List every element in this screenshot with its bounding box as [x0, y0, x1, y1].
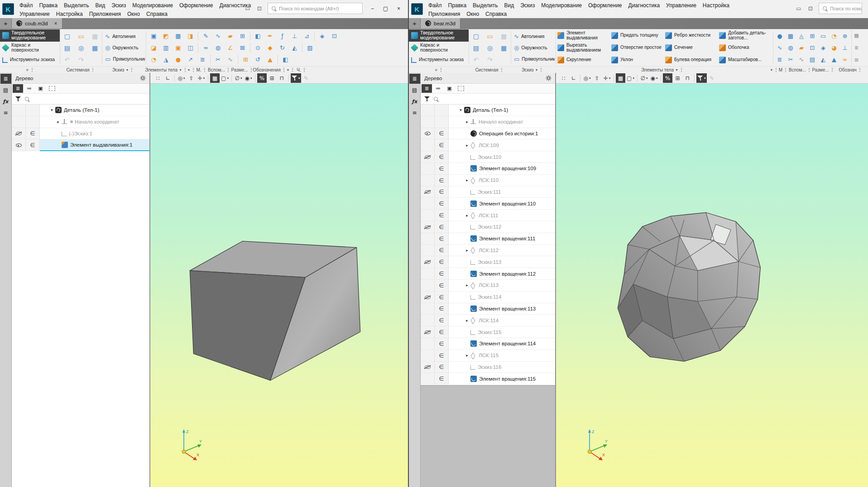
boolean-button[interactable]: Булева операция [665, 54, 719, 66]
ribbon-section-handle[interactable]: ▼ [769, 67, 777, 73]
eye-cell[interactable] [421, 245, 435, 257]
tree-row-main[interactable]: ▸Начало координат [449, 116, 555, 128]
ribbon-tool-icon[interactable]: ≈ [200, 44, 212, 51]
tree-row-main[interactable]: Элемент вращения:113 [449, 303, 555, 315]
gear-icon[interactable] [140, 75, 146, 81]
eye-cell[interactable] [421, 291, 435, 303]
tree-row[interactable]: ∈Эскиз:116 [421, 362, 555, 373]
tree-row-main[interactable]: Эскиз:114 [449, 291, 555, 303]
tree-layers-icon[interactable]: ▣ [444, 84, 455, 93]
membership-cell[interactable]: ∈ [435, 280, 449, 291]
tree-row-main[interactable]: ▸ЛСК:115 [449, 350, 555, 362]
expand-arrow-icon[interactable]: ▸ [464, 353, 470, 358]
menu-item-Моделирование[interactable]: Моделирование [129, 2, 176, 9]
ribbon-tool-icon[interactable]: ▤ [806, 56, 819, 63]
filter-funnel-icon[interactable] [12, 96, 24, 102]
tree-row[interactable]: ∈Эскиз:115 [421, 326, 555, 338]
ribbon-tool-icon[interactable]: ▨ [304, 44, 316, 51]
membership-cell[interactable]: ∈ [435, 315, 449, 326]
ribbon-tool-icon[interactable]: ▭ [817, 33, 830, 39]
ribbon-tool-icon[interactable]: ▩ [785, 33, 797, 39]
orientation-up-icon[interactable]: ⇧ [187, 73, 196, 83]
tree-row[interactable]: ∈▸ЛСК:110 [421, 175, 555, 186]
ribbon-tool-icon[interactable]: ⊿ [301, 33, 313, 39]
membership-cell[interactable]: ∈ [435, 245, 449, 257]
ribbon-tool-icon[interactable]: ◭ [288, 44, 301, 51]
ribbon-tool-icon[interactable]: ↻ [276, 44, 288, 51]
tree-row[interactable]: ∈▸ЛСК:115 [421, 350, 555, 362]
eye-cell[interactable] [12, 116, 26, 128]
mode-button-0[interactable]: Твердотельное моделирование [409, 29, 469, 42]
tree-row[interactable]: ▸Начало координат [421, 116, 555, 128]
eye-cell[interactable] [421, 256, 435, 268]
construction-mode-icon[interactable]: ⊓ [683, 73, 692, 83]
ribbon-tool-icon[interactable]: ◫ [184, 44, 197, 51]
membership-cell[interactable] [26, 105, 40, 116]
wireframe-display-icon[interactable]: ▢▾ [626, 73, 635, 83]
tree-panel-icon[interactable]: ≣ [0, 74, 11, 84]
new-doc-icon[interactable]: ▢ [64, 33, 70, 40]
shell-button[interactable]: Оболочка [719, 42, 773, 54]
membership-cell[interactable] [26, 116, 40, 128]
eye-cell[interactable] [421, 186, 435, 198]
menu-item-Управление[interactable]: Управление [16, 11, 53, 17]
expand-arrow-icon[interactable]: ▾ [49, 108, 55, 112]
mode-button-2[interactable]: Инструменты эскиза [0, 54, 60, 66]
snaps-toggle-icon[interactable]: % [663, 73, 672, 83]
open-doc-icon[interactable]: ▭ [487, 33, 493, 40]
ribbon-tool-icon[interactable]: ◈ [817, 44, 830, 51]
membership-cell[interactable]: ∈ [26, 128, 40, 140]
ribbon-tool-icon[interactable]: ⊥ [839, 44, 851, 51]
app-logo-icon[interactable]: K [411, 3, 423, 15]
ribbon-tool-icon[interactable]: ⊕ [839, 33, 851, 39]
insert-part-button[interactable]: Добавить деталь-заготов... [719, 29, 773, 42]
ribbon-tool-icon[interactable]: ◕ [828, 44, 840, 51]
tab-coub[interactable]: coub.m3d × [12, 18, 62, 29]
membership-cell[interactable] [435, 105, 449, 116]
eye-cell[interactable] [12, 139, 26, 151]
tab-close-icon[interactable]: × [54, 20, 58, 27]
main-menu-icon[interactable]: ≡ [409, 108, 420, 118]
ribbon-tool-icon[interactable]: ◧ [279, 56, 292, 63]
menu-item-Выделить[interactable]: Выделить [470, 2, 501, 9]
eye-cell[interactable] [421, 221, 435, 233]
ribbon-tool-icon[interactable]: ◨ [184, 33, 197, 39]
mode-button-2[interactable]: Инструменты эскиза [409, 54, 469, 66]
circle-button[interactable]: ◎Окружность [105, 44, 145, 51]
ribbon-tool-icon[interactable]: ◩ [160, 33, 172, 39]
membership-cell[interactable]: ∈ [435, 350, 449, 362]
tree-row-main[interactable]: Элемент вращения:111 [449, 233, 555, 245]
ribbon-tool-icon[interactable]: ◍ [785, 44, 797, 51]
eye-hidden-icon[interactable] [424, 259, 431, 265]
tree-row-main[interactable]: (-)Эскиз:1 [40, 128, 149, 140]
model-canvas[interactable]: Z Y X [556, 84, 868, 487]
tree-row-main[interactable]: Элемент выдавливания:1 [40, 139, 149, 151]
menu-item-Эскиз[interactable]: Эскиз [108, 2, 129, 9]
ribbon-tool-icon[interactable]: ⊙ [252, 44, 264, 51]
eye-cell[interactable] [421, 280, 435, 291]
tree-row-main[interactable]: Элемент вращения:112 [449, 268, 555, 280]
model-canvas[interactable]: Z Y X [150, 84, 408, 487]
edge-icon[interactable]: ⊞ [854, 57, 858, 63]
ribbon-section-Элементы тела[interactable]: Элементы тела▼ [554, 67, 769, 73]
tree-panel-icon[interactable]: ≣ [409, 74, 420, 84]
new-tab-button[interactable]: + [409, 18, 421, 29]
menu-item-Файл[interactable]: Файл [425, 2, 445, 9]
undo-icon[interactable]: ↶ [64, 56, 70, 63]
eye-cell[interactable] [421, 128, 435, 140]
tree-row[interactable]: ∈Операция без истории:1 [421, 128, 555, 140]
gear-icon[interactable] [546, 75, 551, 81]
eye-cell[interactable] [421, 139, 435, 151]
menu-item-Моделирование[interactable]: Моделирование [538, 2, 585, 9]
edit-pointer-icon[interactable]: ✎ [707, 73, 717, 83]
tree-row-main[interactable]: Эскиз:112 [449, 221, 555, 233]
tree-row-main[interactable]: ▸ЛСК:113 [449, 280, 555, 291]
eye-cell[interactable] [421, 210, 435, 221]
section-button[interactable]: Сечение [665, 42, 719, 54]
circle-button[interactable]: ◎Окружность [514, 44, 555, 51]
tree-row[interactable]: ∈Эскиз:111 [421, 186, 555, 198]
eye-cell[interactable] [421, 105, 435, 116]
menu-item-Оформление[interactable]: Оформление [585, 2, 625, 9]
eye-hidden-icon[interactable] [15, 130, 22, 136]
expand-arrow-icon[interactable]: ▸ [464, 213, 470, 218]
